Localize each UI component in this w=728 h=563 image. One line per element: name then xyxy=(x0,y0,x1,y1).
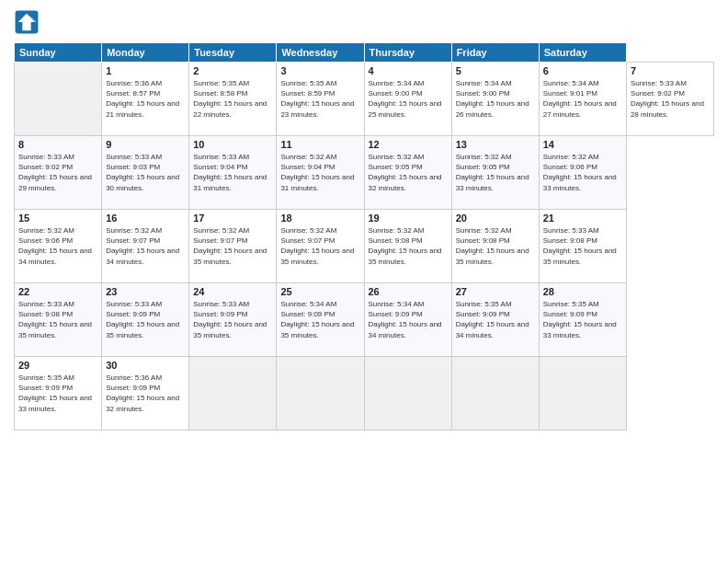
day-info: Sunrise: 5:32 AMSunset: 9:07 PMDaylight:… xyxy=(106,225,185,267)
calendar-cell: 2Sunrise: 5:35 AMSunset: 8:58 PMDaylight… xyxy=(189,63,277,136)
day-number: 22 xyxy=(18,286,97,297)
day-number: 20 xyxy=(456,213,535,224)
logo xyxy=(14,9,43,35)
calendar-cell xyxy=(451,357,539,431)
calendar-week-row: 1Sunrise: 5:36 AMSunset: 8:57 PMDaylight… xyxy=(15,63,714,136)
column-header-tuesday: Tuesday xyxy=(189,43,277,63)
day-info: Sunrise: 5:32 AMSunset: 9:08 PMDaylight:… xyxy=(456,225,535,267)
calendar-cell: 29Sunrise: 5:35 AMSunset: 9:09 PMDayligh… xyxy=(15,357,102,431)
day-info: Sunrise: 5:32 AMSunset: 9:04 PMDaylight:… xyxy=(280,152,359,193)
day-number: 7 xyxy=(631,65,710,76)
calendar-page: SundayMondayTuesdayWednesdayThursdayFrid… xyxy=(0,0,728,563)
day-info: Sunrise: 5:35 AMSunset: 8:59 PMDaylight:… xyxy=(280,78,359,120)
day-number: 26 xyxy=(369,286,448,297)
day-number: 30 xyxy=(106,360,185,371)
calendar-cell: 5Sunrise: 5:34 AMSunset: 9:00 PMDaylight… xyxy=(451,63,539,136)
calendar-cell: 30Sunrise: 5:36 AMSunset: 9:09 PMDayligh… xyxy=(102,357,189,431)
day-number: 3 xyxy=(280,65,359,76)
day-info: Sunrise: 5:32 AMSunset: 9:06 PMDaylight:… xyxy=(543,152,622,193)
calendar-cell: 28Sunrise: 5:35 AMSunset: 9:09 PMDayligh… xyxy=(539,283,626,357)
calendar-cell: 18Sunrise: 5:32 AMSunset: 9:07 PMDayligh… xyxy=(277,210,364,283)
day-info: Sunrise: 5:34 AMSunset: 9:01 PMDaylight:… xyxy=(543,78,622,120)
day-number: 16 xyxy=(106,213,185,224)
day-info: Sunrise: 5:36 AMSunset: 8:57 PMDaylight:… xyxy=(106,78,185,120)
day-info: Sunrise: 5:32 AMSunset: 9:08 PMDaylight:… xyxy=(369,225,448,267)
header xyxy=(14,9,714,35)
calendar-cell: 16Sunrise: 5:32 AMSunset: 9:07 PMDayligh… xyxy=(102,210,189,283)
column-header-wednesday: Wednesday xyxy=(277,43,364,63)
day-info: Sunrise: 5:32 AMSunset: 9:05 PMDaylight:… xyxy=(456,152,535,193)
calendar-cell: 27Sunrise: 5:35 AMSunset: 9:09 PMDayligh… xyxy=(451,283,539,357)
logo-icon xyxy=(14,9,40,35)
calendar-cell xyxy=(277,357,364,431)
day-number: 8 xyxy=(18,139,97,150)
calendar-cell: 9Sunrise: 5:33 AMSunset: 9:03 PMDaylight… xyxy=(102,136,189,210)
day-number: 19 xyxy=(369,213,448,224)
day-info: Sunrise: 5:35 AMSunset: 9:09 PMDaylight:… xyxy=(456,299,535,340)
day-info: Sunrise: 5:33 AMSunset: 9:04 PMDaylight:… xyxy=(193,152,272,193)
day-number: 5 xyxy=(456,65,535,76)
day-info: Sunrise: 5:34 AMSunset: 9:09 PMDaylight:… xyxy=(369,299,448,340)
day-info: Sunrise: 5:34 AMSunset: 9:00 PMDaylight:… xyxy=(456,78,535,120)
calendar-cell: 20Sunrise: 5:32 AMSunset: 9:08 PMDayligh… xyxy=(451,210,539,283)
calendar-cell: 21Sunrise: 5:33 AMSunset: 9:08 PMDayligh… xyxy=(539,210,626,283)
calendar-cell: 10Sunrise: 5:33 AMSunset: 9:04 PMDayligh… xyxy=(189,136,277,210)
day-number: 25 xyxy=(280,286,359,297)
day-info: Sunrise: 5:34 AMSunset: 9:00 PMDaylight:… xyxy=(369,78,448,120)
calendar-cell: 12Sunrise: 5:32 AMSunset: 9:05 PMDayligh… xyxy=(364,136,451,210)
calendar-table: SundayMondayTuesdayWednesdayThursdayFrid… xyxy=(14,42,714,431)
calendar-cell xyxy=(539,357,626,431)
day-number: 4 xyxy=(369,65,448,76)
day-number: 6 xyxy=(543,65,622,76)
calendar-body: 1Sunrise: 5:36 AMSunset: 8:57 PMDaylight… xyxy=(15,63,714,431)
day-info: Sunrise: 5:33 AMSunset: 9:03 PMDaylight:… xyxy=(106,152,185,193)
column-header-friday: Friday xyxy=(451,43,539,63)
calendar-cell: 15Sunrise: 5:32 AMSunset: 9:06 PMDayligh… xyxy=(15,210,102,283)
day-number: 9 xyxy=(106,139,185,150)
calendar-cell: 24Sunrise: 5:33 AMSunset: 9:09 PMDayligh… xyxy=(189,283,277,357)
day-number: 29 xyxy=(18,360,97,371)
day-number: 12 xyxy=(369,139,448,150)
calendar-cell: 3Sunrise: 5:35 AMSunset: 8:59 PMDaylight… xyxy=(277,63,364,136)
day-number: 2 xyxy=(193,65,272,76)
day-number: 21 xyxy=(543,213,622,224)
day-number: 14 xyxy=(543,139,622,150)
day-info: Sunrise: 5:33 AMSunset: 9:09 PMDaylight:… xyxy=(193,299,272,340)
calendar-cell xyxy=(15,63,102,136)
day-number: 17 xyxy=(193,213,272,224)
calendar-cell: 17Sunrise: 5:32 AMSunset: 9:07 PMDayligh… xyxy=(189,210,277,283)
calendar-cell: 14Sunrise: 5:32 AMSunset: 9:06 PMDayligh… xyxy=(539,136,626,210)
column-header-sunday: Sunday xyxy=(15,43,102,63)
calendar-cell: 13Sunrise: 5:32 AMSunset: 9:05 PMDayligh… xyxy=(451,136,539,210)
day-info: Sunrise: 5:33 AMSunset: 9:09 PMDaylight:… xyxy=(106,299,185,340)
calendar-cell: 6Sunrise: 5:34 AMSunset: 9:01 PMDaylight… xyxy=(539,63,626,136)
day-info: Sunrise: 5:35 AMSunset: 8:58 PMDaylight:… xyxy=(193,78,272,120)
calendar-week-row: 8Sunrise: 5:33 AMSunset: 9:02 PMDaylight… xyxy=(15,136,714,210)
day-info: Sunrise: 5:32 AMSunset: 9:07 PMDaylight:… xyxy=(280,225,359,267)
day-info: Sunrise: 5:36 AMSunset: 9:09 PMDaylight:… xyxy=(106,373,185,414)
calendar-cell: 8Sunrise: 5:33 AMSunset: 9:02 PMDaylight… xyxy=(15,136,102,210)
calendar-week-row: 29Sunrise: 5:35 AMSunset: 9:09 PMDayligh… xyxy=(15,357,714,431)
day-number: 15 xyxy=(18,213,97,224)
day-info: Sunrise: 5:35 AMSunset: 9:09 PMDaylight:… xyxy=(18,373,97,414)
day-info: Sunrise: 5:34 AMSunset: 9:09 PMDaylight:… xyxy=(280,299,359,340)
day-info: Sunrise: 5:33 AMSunset: 9:02 PMDaylight:… xyxy=(631,78,710,120)
day-info: Sunrise: 5:32 AMSunset: 9:06 PMDaylight:… xyxy=(18,225,97,267)
day-info: Sunrise: 5:33 AMSunset: 9:08 PMDaylight:… xyxy=(18,299,97,340)
calendar-week-row: 22Sunrise: 5:33 AMSunset: 9:08 PMDayligh… xyxy=(15,283,714,357)
day-number: 1 xyxy=(106,65,185,76)
calendar-cell xyxy=(364,357,451,431)
calendar-week-row: 15Sunrise: 5:32 AMSunset: 9:06 PMDayligh… xyxy=(15,210,714,283)
day-number: 10 xyxy=(193,139,272,150)
day-number: 11 xyxy=(280,139,359,150)
day-number: 24 xyxy=(193,286,272,297)
calendar-cell xyxy=(189,357,277,431)
day-number: 28 xyxy=(543,286,622,297)
day-number: 27 xyxy=(456,286,535,297)
calendar-header-row: SundayMondayTuesdayWednesdayThursdayFrid… xyxy=(15,43,714,63)
calendar-cell: 11Sunrise: 5:32 AMSunset: 9:04 PMDayligh… xyxy=(277,136,364,210)
day-number: 18 xyxy=(280,213,359,224)
column-header-thursday: Thursday xyxy=(364,43,451,63)
calendar-cell: 4Sunrise: 5:34 AMSunset: 9:00 PMDaylight… xyxy=(364,63,451,136)
calendar-cell: 7Sunrise: 5:33 AMSunset: 9:02 PMDaylight… xyxy=(626,63,713,136)
